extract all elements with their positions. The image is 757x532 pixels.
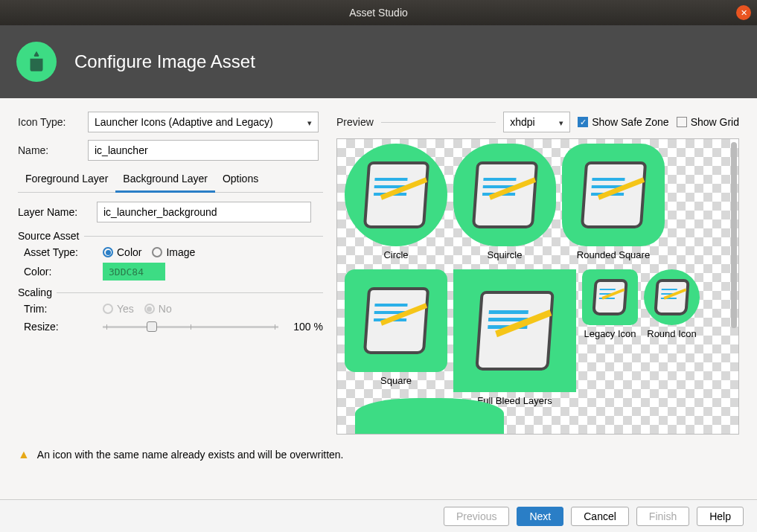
preview-item-legacy-icon: Legacy Icon	[582, 269, 638, 406]
layer-name-label: Layer Name:	[18, 206, 97, 218]
chevron-down-icon	[559, 116, 563, 128]
icon-type-value: Launcher Icons (Adaptive and Legacy)	[95, 116, 273, 128]
preview-item-circle: Circle	[345, 144, 447, 260]
close-icon[interactable]: ✕	[736, 5, 751, 20]
scrollbar[interactable]	[731, 142, 737, 328]
titlebar: Asset Studio ✕	[0, 0, 757, 25]
radio-dot-icon	[144, 304, 155, 314]
checkbox-show-grid[interactable]: Show Grid	[677, 116, 739, 128]
radio-dot-icon	[152, 247, 162, 257]
previous-button: Previous	[444, 507, 509, 526]
tabs: Foreground Layer Background Layer Option…	[18, 168, 323, 193]
svg-point-1	[39, 56, 41, 58]
scaling-heading: Scaling	[18, 286, 323, 298]
radio-color[interactable]: Color	[103, 246, 141, 258]
page-title: Configure Image Asset	[74, 51, 255, 72]
resize-label: Resize:	[24, 321, 103, 333]
tab-foreground-layer[interactable]: Foreground Layer	[18, 168, 115, 192]
checkbox-icon	[677, 117, 687, 127]
color-swatch[interactable]: 3DDC84	[103, 263, 165, 281]
radio-trim-yes: Yes	[103, 303, 134, 315]
asset-type-label: Asset Type:	[24, 246, 103, 258]
name-input[interactable]	[88, 140, 319, 161]
preview-item-round-icon: Round Icon	[644, 269, 700, 406]
header: Configure Image Asset	[0, 25, 757, 98]
chevron-down-icon	[307, 116, 312, 128]
window-title: Asset Studio	[349, 7, 408, 19]
radio-trim-no: No	[144, 303, 172, 315]
warning-text: An icon with the same name already exist…	[37, 449, 344, 461]
source-asset-heading: Source Asset	[18, 230, 323, 242]
tab-options[interactable]: Options	[215, 168, 266, 192]
icon-type-select[interactable]: Launcher Icons (Adaptive and Legacy)	[88, 112, 319, 132]
preview-item-full-bleed: Full Bleed Layers	[453, 269, 576, 406]
radio-image[interactable]: Image	[152, 246, 195, 258]
footer: Previous Next Cancel Finish Help	[0, 499, 757, 532]
radio-dot-icon	[103, 247, 113, 257]
preview-item-squircle: Squircle	[453, 144, 556, 260]
next-button[interactable]: Next	[517, 507, 563, 526]
resize-slider[interactable]	[103, 319, 278, 334]
warning-icon: ▲	[18, 448, 30, 461]
finish-button: Finish	[636, 507, 689, 526]
preview-item-square: Square	[345, 269, 447, 406]
preview-label: Preview	[336, 116, 374, 128]
preview-item-rounded-square: Rounded Square	[562, 144, 665, 260]
trim-label: Trim:	[24, 303, 103, 315]
density-select[interactable]: xhdpi	[503, 112, 570, 132]
color-label: Color:	[24, 266, 103, 278]
cancel-button[interactable]: Cancel	[571, 507, 629, 526]
icon-type-label: Icon Type:	[18, 116, 88, 128]
resize-value: 100 %	[278, 321, 323, 333]
name-label: Name:	[18, 144, 88, 156]
preview-pane: Circle Squircle Rounded Square Square Fu…	[336, 138, 739, 435]
svg-point-0	[32, 56, 34, 58]
check-icon: ✓	[578, 117, 588, 127]
layer-name-input[interactable]	[97, 202, 311, 222]
checkbox-safe-zone[interactable]: ✓ Show Safe Zone	[578, 116, 669, 128]
android-icon	[16, 42, 57, 82]
warning-row: ▲ An icon with the same name already exi…	[0, 442, 757, 461]
tab-background-layer[interactable]: Background Layer	[115, 168, 215, 193]
help-button[interactable]: Help	[697, 507, 744, 526]
radio-dot-icon	[103, 304, 113, 314]
